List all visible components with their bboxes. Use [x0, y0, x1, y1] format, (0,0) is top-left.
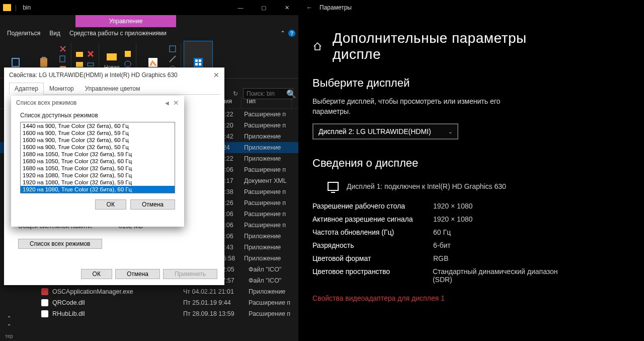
apply-button[interactable]: Применить [163, 269, 217, 279]
svg-rect-12 [170, 46, 176, 52]
close-button[interactable]: ✕ [275, 0, 298, 15]
page-title: Дополнительные параметры диспле [333, 30, 579, 62]
ribbon-tabs: Управление [0, 15, 298, 27]
mode-option[interactable]: 1680 на 1050, True Color (32 бита), 50 Г… [21, 165, 175, 172]
mode-option[interactable]: 1920 на 1080, True Color (32 бита), 59 Г… [21, 179, 175, 186]
svg-rect-0 [12, 58, 19, 66]
modes-group-label: Список доступных режимов [11, 110, 184, 121]
tab-adapter[interactable]: Адаптер [9, 83, 44, 95]
file-icon [41, 299, 48, 306]
svg-rect-1 [40, 58, 47, 67]
svg-rect-16 [199, 59, 201, 62]
settings-window: ← Параметры Дополнительные параметры дис… [298, 0, 579, 341]
choose-display-desc: Выберите дисплей, чтобы просмотреть или … [298, 92, 530, 123]
refresh-icon[interactable]: ↻ [231, 89, 240, 98]
tab-monitor[interactable]: Монитор [44, 83, 79, 94]
qa-divider: | [15, 4, 17, 11]
copy-path-icon[interactable] [59, 55, 67, 63]
search-input[interactable] [243, 88, 293, 99]
property-row: Цветовое пространствоСтандартный динамич… [312, 265, 579, 286]
file-row[interactable]: OSCApplicationManager.exeЧт 04.02.21 21:… [0, 286, 298, 297]
dialog-titlebar: Свойства: LG ULTRAWIDE(HDMI) и Intel(R) … [4, 67, 224, 83]
svg-rect-7 [88, 63, 94, 66]
mode-option[interactable]: 1600 на 900, True Color (32 бита), 60 Гц [21, 137, 175, 144]
section-choose-display: Выберите дисплей [312, 77, 579, 90]
help-icon[interactable]: ? [288, 30, 295, 37]
cancel-button[interactable]: Отмена [130, 199, 175, 210]
settings-app-label: Параметры [319, 4, 352, 11]
new-item-icon[interactable] [124, 50, 132, 58]
folder-icon [3, 4, 11, 11]
property-row: Частота обновления (Гц)60 Гц [312, 226, 579, 239]
subtab-share[interactable]: Поделиться [7, 30, 40, 37]
property-row: Разрешение рабочего стола1920 × 1080 [312, 199, 579, 213]
move-to-icon[interactable] [75, 50, 84, 58]
ok-button[interactable]: ОК [95, 199, 126, 210]
property-row: Цветовой форматRGB [312, 252, 579, 265]
list-all-modes-button[interactable]: Список всех режимов [18, 239, 102, 249]
home-icon[interactable] [312, 41, 323, 51]
file-icon [41, 310, 48, 317]
section-display-info: Сведения о дисплее [312, 157, 579, 170]
subtab-apptools[interactable]: Средства работы с приложениями [69, 30, 167, 37]
mode-option[interactable]: 1680 на 1050, True Color (32 бита), 60 Г… [21, 158, 175, 165]
dialog-title: Свойства: LG ULTRAWIDE(HDMI) и Intel(R) … [9, 72, 178, 79]
svg-rect-2 [42, 57, 46, 59]
svg-rect-17 [195, 63, 198, 65]
pin-icon[interactable] [7, 312, 12, 317]
cut-icon[interactable] [59, 45, 67, 53]
window-title: bin [23, 4, 31, 11]
easy-access-icon[interactable] [124, 60, 132, 68]
copy-to-icon[interactable] [75, 60, 84, 68]
svg-rect-14 [194, 58, 203, 67]
dialog2-titlebar: Список всех режимов ◀ ✕ [11, 96, 184, 110]
svg-rect-8 [107, 53, 117, 60]
mode-option[interactable]: 1600 на 900, True Color (32 бита), 50 Гц [21, 144, 175, 151]
modes-listbox[interactable]: 1440 на 900, True Color (32 бита), 60 Гц… [20, 122, 175, 193]
search-icon[interactable]: 🔍 [286, 89, 296, 99]
mode-option[interactable]: 1600 на 900, True Color (32 бита), 59 Гц [21, 129, 175, 137]
taskbar-label: тер [5, 333, 13, 339]
minimize-button[interactable]: — [229, 0, 252, 15]
svg-rect-3 [60, 56, 65, 62]
edit-icon[interactable] [169, 55, 177, 63]
maximize-button[interactable]: ▢ [252, 0, 275, 15]
property-row: Разрядность6-бит [312, 239, 579, 252]
dialog-tabs: Адаптер Монитор Управление цветом [9, 83, 219, 95]
mode-option[interactable]: 1680 на 1050, True Color (32 бита), 59 Г… [21, 151, 175, 158]
addressbar-fragment: ⌄ ↻ 🔍 [219, 88, 296, 99]
settings-titlebar: ← Параметры [298, 0, 579, 15]
cancel-button[interactable]: Отмена [115, 269, 160, 279]
property-row: Активное разрешение сигнала1920 × 1080 [312, 213, 579, 226]
open-icon[interactable] [169, 45, 177, 53]
close-icon[interactable]: ✕ [173, 99, 179, 107]
file-row[interactable]: RHubLib.dllПт 28.09.18 13:59Расширение п [0, 308, 298, 319]
ok-button[interactable]: ОК [81, 269, 112, 279]
file-row[interactable]: QRCode.dllПт 25.01.19 9:44Расширение п [0, 297, 298, 308]
delete-icon[interactable] [87, 50, 95, 58]
taskbar-fragment: тер [0, 310, 18, 341]
pin-icon[interactable] [7, 320, 12, 325]
tab-management[interactable]: Управление [75, 15, 176, 27]
dropdown-value: Дисплей 2: LG ULTRAWIDE(HDMI) [318, 127, 431, 135]
mode-option[interactable]: 1440 на 900, True Color (32 бита), 60 Гц [21, 122, 175, 129]
tab-colormgmt[interactable]: Управление цветом [79, 83, 146, 94]
all-modes-dialog: Список всех режимов ◀ ✕ Список доступных… [11, 96, 184, 227]
display-selector-dropdown[interactable]: Дисплей 2: LG ULTRAWIDE(HDMI) ⌄ [312, 123, 458, 140]
mode-option[interactable]: 1920 на 1080, True Color (32 бита), 60 Г… [21, 186, 175, 193]
adapter-properties-link[interactable]: Свойства видеоадаптера для дисплея 1 [298, 286, 579, 302]
svg-rect-15 [195, 59, 198, 62]
file-icon [41, 288, 48, 295]
ribbon-collapse-icon[interactable]: ⌃ [280, 30, 285, 37]
svg-rect-18 [199, 63, 201, 65]
dialog2-marker-icon: ◀ [165, 100, 169, 106]
close-icon[interactable]: ✕ [213, 71, 219, 79]
rename-icon[interactable] [87, 60, 95, 68]
back-icon[interactable]: ← [306, 4, 312, 11]
mode-option[interactable]: 1920 на 1080, True Color (32 бита), 50 Г… [21, 172, 175, 179]
svg-rect-9 [125, 51, 131, 57]
subtab-view[interactable]: Вид [49, 30, 60, 37]
svg-rect-5 [76, 52, 83, 57]
svg-rect-6 [76, 62, 83, 67]
dialog2-title: Список всех режимов [16, 99, 77, 106]
